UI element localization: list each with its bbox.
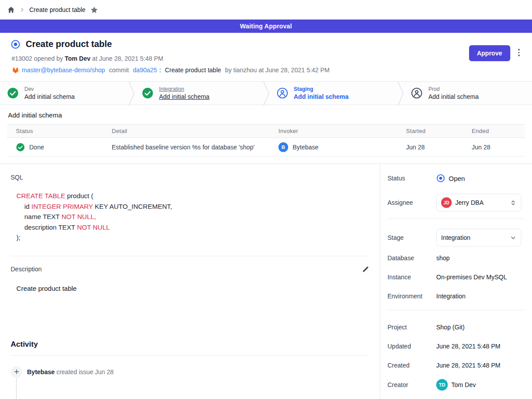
activity-entry: Bytebase created issue Jun 28	[11, 366, 369, 378]
assignee-select[interactable]: JD Jerry DBA	[436, 194, 521, 211]
creator-value: TD Tom Dev	[436, 379, 476, 391]
sql-keyword: NOT NULL,	[62, 213, 96, 220]
environment-label: Environment	[387, 293, 436, 300]
sidebar-row-database: Database shop	[387, 253, 525, 263]
stage-task-label: Add initial schema	[428, 93, 479, 100]
sidebar-row-updated: Updated June 28, 2021 5:48 PM	[387, 341, 525, 352]
invoker-name: Bytebase	[293, 144, 318, 151]
issue-meta: #13002 opened by Tom Dev at June 28, 202…	[12, 55, 330, 62]
sidebar-row-created: Created June 28, 2021 5:48 PM	[387, 360, 525, 371]
activity-author: Bytebase	[27, 368, 55, 376]
stage-dev[interactable]: Dev Add initial schema	[0, 82, 128, 105]
project-value[interactable]: Shop (Git)	[436, 324, 465, 331]
stage-staging[interactable]: Staging Add initial schema	[270, 82, 398, 105]
assignee-name: Jerry DBA	[455, 199, 506, 206]
task-status-cell: Done	[16, 143, 112, 152]
stage-label: Stage	[387, 234, 436, 241]
issue-page: Create product table Waiting Approval Cr…	[0, 0, 532, 399]
activity-action: created issue Jun 28	[55, 368, 113, 376]
stage-person-icon	[277, 87, 288, 99]
approval-banner-text: Waiting Approval	[240, 23, 292, 30]
issue-sidebar: Status Open Assignee JD Jerry DBA	[380, 164, 532, 399]
sidebar-row-creator: Creator TD Tom Dev	[387, 379, 525, 391]
stage-prod[interactable]: Prod Add initial schema	[404, 82, 532, 105]
sql-label: SQL	[11, 174, 369, 181]
issue-header: Create product table #13002 opened by To…	[0, 33, 532, 81]
status-value: Open	[436, 174, 465, 183]
created-label: Created	[387, 362, 436, 369]
chevron-down-icon	[510, 235, 516, 241]
sql-statement: CREATE TABLE product ( id INTEGER PRIMAR…	[16, 191, 369, 243]
stage-value: Integration	[441, 234, 506, 241]
creator-name: Tom Dev	[451, 381, 476, 388]
task-started-cell: Jun 28	[406, 144, 472, 151]
updown-chevron-icon	[510, 200, 516, 206]
stage-integration[interactable]: Integration Add initial schema	[135, 82, 263, 105]
breadcrumb-chevron-icon	[20, 7, 25, 12]
breadcrumb-current[interactable]: Create product table	[29, 6, 86, 13]
sql-text: );	[16, 234, 20, 241]
commit-byline: by tianzhou at June 28, 2021 5:42 PM	[223, 66, 330, 74]
stage-person-icon	[411, 87, 422, 99]
stage-select[interactable]: Integration	[436, 229, 521, 246]
assignee-avatar: JD	[441, 197, 452, 208]
description-label: Description	[11, 266, 42, 273]
col-status: Status	[16, 128, 112, 134]
task-detail-cell: Established baseline version %s for data…	[112, 144, 278, 151]
instance-value: On-premises Dev MySQL	[436, 274, 507, 281]
database-label: Database	[387, 254, 436, 262]
stage-env-label: Staging	[294, 86, 349, 92]
breadcrumb: Create product table	[0, 0, 532, 20]
stage-separator-icon	[397, 82, 404, 106]
sidebar-row-status: Status Open	[387, 173, 525, 184]
commit-hash-link[interactable]: da90a25	[133, 66, 157, 74]
task-table: Status Detail Invoker Started Ended Done…	[7, 124, 525, 156]
updated-label: Updated	[387, 343, 436, 350]
task-ended-cell: Jun 28	[472, 144, 525, 151]
col-ended: Ended	[472, 128, 525, 134]
stage-separator-icon	[128, 82, 135, 106]
issue-meta-prefix: #13002 opened by	[12, 55, 65, 62]
sql-text: name TEXT	[24, 213, 62, 220]
commit-separator: :	[159, 66, 163, 74]
table-row[interactable]: Done Established baseline version %s for…	[7, 138, 525, 156]
branch-repo-link[interactable]: master@bytebase-demo/shop	[22, 66, 105, 74]
environment-value: Integration	[436, 293, 466, 300]
updated-value: June 28, 2021 5:48 PM	[436, 343, 501, 350]
description-text: Create product table	[16, 285, 369, 292]
commit-word: commit	[107, 66, 131, 74]
edit-pencil-icon[interactable]	[362, 266, 369, 273]
sidebar-row-stage: Stage Integration	[387, 229, 525, 246]
stage-env-label: Dev	[24, 86, 75, 92]
status-label: Status	[387, 175, 436, 182]
task-invoker-cell: B Bytebase	[278, 142, 406, 152]
task-section-title: Add initial schema	[8, 111, 525, 119]
commit-message: Create product table	[165, 66, 221, 74]
stage-task-label: Add initial schema	[24, 93, 75, 100]
issue-meta-time: at June 28, 2021 5:48 PM	[90, 55, 163, 62]
sidebar-row-project: Project Shop (Git)	[387, 322, 525, 332]
col-detail: Detail	[112, 128, 278, 134]
more-actions-button[interactable]	[516, 45, 522, 60]
activity-timeline-line	[16, 378, 17, 399]
stage-task-label: Add initial schema	[294, 93, 349, 100]
issue-author: Tom Dev	[65, 55, 90, 62]
sidebar-row-assignee: Assignee JD Jerry DBA	[387, 194, 525, 211]
home-icon[interactable]	[7, 6, 15, 14]
activity-title: Activity	[11, 340, 369, 349]
project-label: Project	[387, 324, 436, 331]
stage-done-icon	[7, 87, 19, 99]
stage-pipeline: Dev Add initial schema Integration Add i…	[0, 81, 532, 105]
open-status-icon	[436, 174, 445, 183]
issue-open-status-icon	[11, 39, 20, 49]
sql-text: KEY AUTO_INCREMENT,	[93, 203, 172, 210]
stage-env-label: Integration	[159, 86, 210, 92]
assignee-label: Assignee	[387, 199, 436, 206]
invoker-avatar: B	[278, 142, 288, 152]
favorite-star-icon[interactable]	[90, 6, 98, 14]
task-status-text: Done	[29, 144, 44, 151]
approve-button[interactable]: Approve	[469, 45, 510, 61]
creator-avatar: TD	[436, 379, 448, 391]
commit-info: master@bytebase-demo/shop commit da90a25…	[12, 66, 330, 74]
database-value: shop	[436, 254, 450, 262]
